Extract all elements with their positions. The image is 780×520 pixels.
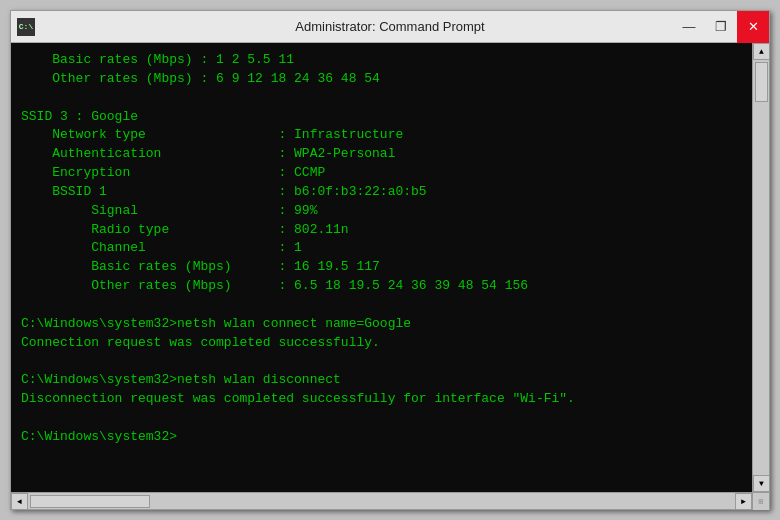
terminal-area[interactable]: Basic rates (Mbps) : 1 2 5.5 11 Other ra… [11, 43, 752, 492]
scroll-down-button[interactable]: ▼ [753, 475, 769, 492]
minimize-button[interactable]: — [673, 11, 705, 43]
vertical-scrollbar[interactable]: ▲ ▼ [752, 43, 769, 492]
window-body: Basic rates (Mbps) : 1 2 5.5 11 Other ra… [11, 43, 769, 492]
scrollbar-thumb[interactable] [755, 62, 768, 102]
scroll-left-button[interactable]: ◄ [11, 493, 28, 510]
resize-corner: ⊞ [752, 493, 769, 510]
scroll-right-button[interactable]: ► [735, 493, 752, 510]
window-title: Administrator: Command Prompt [295, 19, 484, 34]
command-prompt-window: C:\ Administrator: Command Prompt — ❐ ✕ … [10, 10, 770, 510]
scrollbar-track[interactable] [753, 60, 769, 475]
close-button[interactable]: ✕ [737, 11, 769, 43]
scroll-up-button[interactable]: ▲ [753, 43, 769, 60]
terminal-output: Basic rates (Mbps) : 1 2 5.5 11 Other ra… [21, 51, 742, 447]
titlebar-controls: — ❐ ✕ [673, 11, 769, 42]
horizontal-scrollbar[interactable]: ◄ ► ⊞ [11, 492, 769, 509]
window-icon: C:\ [17, 18, 35, 36]
hscrollbar-track[interactable] [28, 493, 735, 509]
titlebar: C:\ Administrator: Command Prompt — ❐ ✕ [11, 11, 769, 43]
titlebar-left: C:\ [11, 18, 43, 36]
restore-button[interactable]: ❐ [705, 11, 737, 43]
hscrollbar-thumb[interactable] [30, 495, 150, 508]
